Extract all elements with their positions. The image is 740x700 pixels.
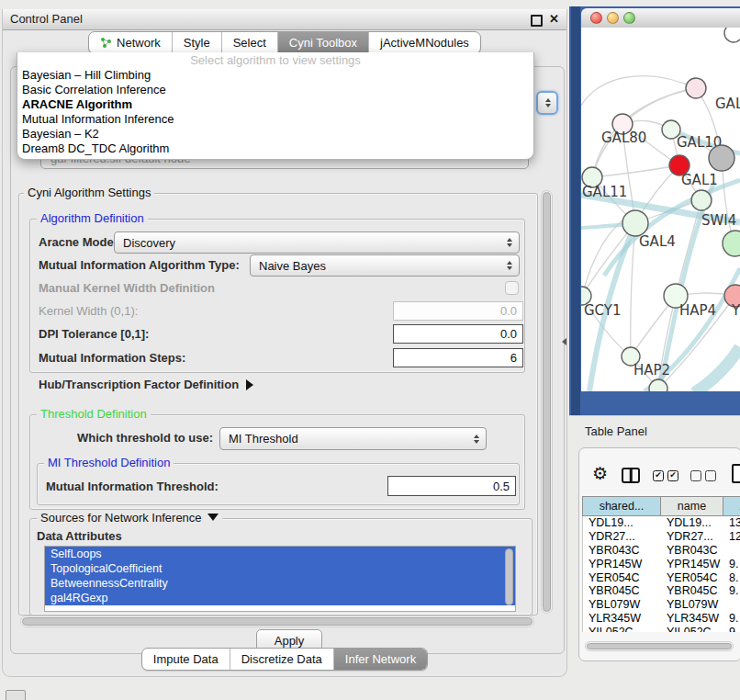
network-node[interactable]: [724, 28, 740, 42]
kernel-width-field[interactable]: 0.0: [393, 301, 523, 321]
table-cell: 13: [723, 516, 740, 529]
network-graph: GALGAL80GAL10GAL1GAL11SWI4GAL4GCY1HAP4YH…: [581, 28, 740, 391]
tab-infer-network[interactable]: Infer Network: [333, 649, 427, 670]
network-node[interactable]: [723, 231, 740, 256]
mi-threshold-field[interactable]: 0.5: [387, 476, 516, 496]
table-row[interactable]: YER054CYER054C8.: [583, 570, 740, 584]
which-threshold-label: Which threshold to use:: [77, 431, 213, 446]
network-node[interactable]: [691, 190, 712, 210]
dpi-tolerance-field[interactable]: 0.0: [393, 324, 523, 344]
table-row[interactable]: YBL079WYBL079W: [583, 598, 740, 612]
tab-select[interactable]: Select: [221, 32, 277, 53]
table-row[interactable]: YBR043CYBR043C: [583, 544, 740, 558]
network-node[interactable]: [649, 379, 667, 391]
algorithm-option[interactable]: ARACNE Algorithm: [17, 97, 533, 112]
manual-kernel-label: Manual Kernel Width Definition: [39, 281, 215, 296]
algorithm-option[interactable]: Basic Correlation Inference: [17, 83, 533, 97]
gear-icon[interactable]: ⚙: [592, 464, 608, 484]
table-cell: YBR045C: [583, 584, 661, 597]
tab-select-label: Select: [233, 36, 266, 50]
tab-cyni-toolbox-label: Cyni Toolbox: [289, 36, 357, 50]
unchecked-column-icon[interactable]: [705, 470, 716, 481]
attribute-item[interactable]: gal4RGexp: [45, 591, 515, 605]
checked-column-icon[interactable]: ✔: [653, 470, 664, 481]
table-row[interactable]: YPR145WYPR145W9.: [583, 557, 740, 570]
hub-section-toggle[interactable]: Hub/Transcription Factor Definition: [39, 378, 253, 392]
page-icon[interactable]: [732, 464, 740, 483]
network-node[interactable]: [622, 210, 648, 236]
attribute-item[interactable]: TopologicalCoefficient: [45, 561, 515, 576]
table-horizontal-scrollbar[interactable]: [585, 641, 734, 651]
settings-horizontal-scrollbar[interactable]: [20, 615, 534, 627]
attributes-list-scrollbar[interactable]: [505, 548, 513, 605]
table-cell: 9.: [723, 612, 740, 625]
tab-jactivemnodules[interactable]: jActiveMNodules: [368, 32, 480, 53]
checked-column-icon[interactable]: ✔: [667, 470, 678, 481]
algorithm-option[interactable]: Dream8 DC_TDC Algorithm: [17, 141, 533, 156]
split-columns-icon[interactable]: [622, 468, 640, 483]
algorithm-option[interactable]: Bayesian – K2: [17, 127, 533, 141]
table-column-header[interactable]: shared...: [583, 497, 661, 515]
collapsed-panel-icon[interactable]: [6, 690, 26, 700]
tab-cyni-toolbox[interactable]: Cyni Toolbox: [277, 32, 368, 53]
table-cell: YPR145W: [661, 558, 723, 570]
network-node[interactable]: [709, 145, 734, 171]
network-view-canvas[interactable]: GALGAL80GAL10GAL1GAL11SWI4GAL4GCY1HAP4YH…: [581, 28, 740, 391]
tab-network[interactable]: Network: [89, 32, 172, 53]
node-label: GAL: [715, 96, 740, 112]
table-cell: 8.: [723, 571, 740, 584]
mi-threshold-label: Mutual Information Threshold:: [46, 480, 219, 494]
expand-arrow-icon[interactable]: [246, 379, 253, 390]
tab-impute-data[interactable]: Impute Data: [142, 649, 230, 670]
node-label: GAL80: [601, 130, 646, 146]
table-cell: 12: [723, 530, 740, 543]
attribute-item[interactable]: BetweennessCentrality: [45, 576, 515, 591]
table-panel-title: Table Panel: [585, 424, 647, 438]
table-cell: YBR043C: [583, 544, 661, 557]
attribute-item[interactable]: SelfLoops: [45, 547, 515, 561]
table-row[interactable]: YLR345WYLR345W9.: [583, 612, 740, 626]
mi-steps-label: Mutual Information Steps:: [39, 351, 185, 366]
tab-style[interactable]: Style: [172, 32, 221, 53]
settings-vertical-scrollbar[interactable]: [541, 190, 553, 614]
close-traffic-light-icon[interactable]: [590, 12, 602, 24]
table-row[interactable]: YIL052CYIL052C9.: [583, 625, 740, 632]
algorithm-option[interactable]: Mutual Information Inference: [17, 112, 533, 127]
network-icon: [100, 37, 112, 49]
close-icon[interactable]: ✕: [549, 13, 559, 26]
manual-kernel-checkbox[interactable]: [505, 281, 519, 295]
which-threshold-combo[interactable]: MI Threshold: [219, 427, 487, 450]
aracne-mode-combo[interactable]: Discovery: [114, 231, 520, 254]
collapse-arrow-icon[interactable]: [207, 514, 219, 521]
network-node[interactable]: [686, 78, 706, 98]
sources-group-toggle[interactable]: Sources for Network Inference: [37, 512, 222, 525]
network-edge: [582, 223, 635, 296]
network-window-titlebar[interactable]: [581, 8, 740, 28]
zoom-traffic-light-icon[interactable]: [623, 12, 635, 24]
aracne-mode-value: Discovery: [123, 236, 175, 250]
which-threshold-value: MI Threshold: [229, 432, 298, 446]
minimize-traffic-light-icon[interactable]: [607, 12, 619, 24]
panel-divider-arrow-icon[interactable]: [562, 338, 566, 345]
network-edge: [581, 76, 696, 106]
tab-discretize-data[interactable]: Discretize Data: [230, 649, 333, 670]
data-attributes-list[interactable]: SelfLoopsTopologicalCoefficientBetweenne…: [44, 546, 516, 612]
table-column-header[interactable]: A: [723, 497, 740, 515]
mi-steps-field[interactable]: 6: [393, 348, 523, 367]
table-row[interactable]: YDR27...YDR27...12: [583, 530, 740, 544]
mi-type-label: Mutual Information Algorithm Type:: [39, 258, 240, 273]
focused-combo-stepper[interactable]: [536, 91, 558, 115]
stepper-arrows-icon: [545, 98, 551, 107]
float-window-icon[interactable]: [531, 15, 543, 27]
table-cell: YBL079W: [583, 598, 661, 611]
algorithm-option[interactable]: Bayesian – Hill Climbing: [17, 68, 533, 83]
node-label: SWI4: [701, 212, 736, 229]
stepper-arrows-icon: [507, 261, 512, 270]
unchecked-column-icon[interactable]: [690, 470, 701, 481]
table-column-header[interactable]: name: [661, 497, 723, 515]
mi-type-combo[interactable]: Naive Bayes: [250, 254, 520, 277]
table-row[interactable]: YDL19...YDL19...13: [583, 516, 740, 530]
network-edge: [694, 347, 740, 391]
table-row[interactable]: YBR045CYBR045C9.: [583, 584, 740, 598]
kernel-width-label: Kernel Width (0,1):: [39, 304, 138, 319]
